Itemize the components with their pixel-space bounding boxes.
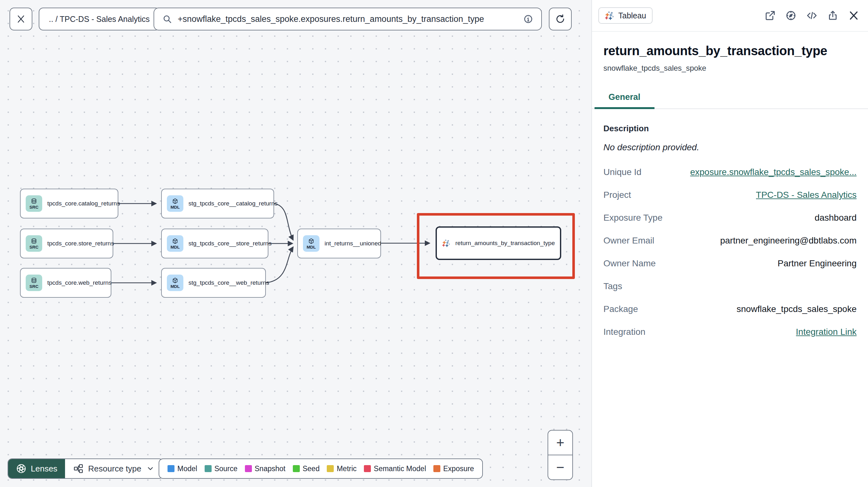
chip-label: SRC — [30, 284, 39, 289]
cube-icon — [172, 238, 179, 245]
lenses-button[interactable]: Lenses — [8, 459, 65, 478]
package-value: snowflake_tpcds_sales_spoke — [737, 304, 857, 314]
node-source-catalog-returns[interactable]: SRC tpcds_core.catalog_returns — [20, 189, 118, 219]
zoom-in-button[interactable]: + — [548, 430, 572, 455]
node-exposure-return-amounts[interactable]: return_amounts_by_transaction_type — [436, 226, 561, 260]
database-icon — [30, 198, 37, 205]
node-label: tpcds_core.web_returns — [47, 279, 112, 286]
tableau-icon — [605, 11, 614, 20]
lineage-canvas[interactable]: .. / TPC-DS - Sales Analytics +snowflake… — [0, 0, 591, 487]
zoom-out-button[interactable]: − — [548, 455, 572, 479]
chip-label: SRC — [30, 205, 39, 209]
chip-label: MDL — [170, 245, 180, 250]
explore-compass-button[interactable] — [785, 9, 797, 22]
field-row-owner-email: Owner Email partner_engineering@dbtlabs.… — [603, 229, 857, 252]
node-label: int_returns__unioned — [324, 240, 381, 247]
node-label: tpcds_core.catalog_returns — [47, 200, 120, 207]
legend-swatch — [364, 465, 371, 472]
legend-item-exposure: Exposure — [433, 464, 474, 473]
node-label: return_amounts_by_transaction_type — [455, 240, 555, 247]
description-heading: Description — [603, 124, 857, 133]
package-subtitle: snowflake_tpcds_sales_spoke — [603, 64, 857, 73]
owner-name-value: Partner Engineering — [778, 258, 857, 268]
model-chip: MDL — [167, 195, 183, 212]
aperture-icon — [16, 463, 27, 474]
lenses-control: Lenses Resource type — [8, 458, 163, 479]
source-chip: SRC — [26, 274, 42, 291]
database-icon — [30, 238, 37, 245]
cube-icon — [172, 277, 179, 284]
chip-label: MDL — [170, 284, 180, 289]
legend-item-semantic-model: Semantic Model — [364, 464, 426, 473]
field-row-unique-id: Unique Id exposure.snowflake_tpcds_sales… — [603, 161, 857, 184]
field-row-exposure-type: Exposure Type dashboard — [603, 206, 857, 229]
node-model-stg-store-returns[interactable]: MDL stg_tpcds_core__store_returns — [161, 229, 269, 258]
node-source-store-returns[interactable]: SRC tpcds_core.store_returns — [20, 229, 113, 258]
unique-id-link[interactable]: exposure.snowflake_tpcds_sales_spoke... — [690, 167, 857, 177]
cube-icon — [172, 198, 179, 205]
share-button[interactable] — [827, 9, 839, 22]
resource-type-dropdown[interactable]: Resource type — [65, 459, 163, 478]
owner-email-value: partner_engineering@dbtlabs.com — [720, 235, 857, 246]
legend-item-snapshot: Snapshot — [245, 464, 285, 473]
project-link[interactable]: TPC-DS - Sales Analytics — [756, 190, 857, 200]
source-chip: SRC — [26, 235, 42, 252]
legend-swatch — [245, 465, 252, 472]
panel-body: return_amounts_by_transaction_type snowf… — [592, 44, 868, 344]
tableau-badge-label: Tableau — [618, 11, 646, 20]
exposure-type-value: dashboard — [815, 213, 857, 223]
node-type-legend: Model Source Snapshot Seed Metric Semant… — [159, 458, 483, 479]
resource-type-icon — [73, 463, 84, 474]
node-label: stg_tpcds_core__store_returns — [188, 240, 272, 247]
field-row-project: Project TPC-DS - Sales Analytics — [603, 184, 857, 206]
legend-swatch — [205, 465, 212, 472]
legend-item-seed: Seed — [293, 464, 320, 473]
cube-icon — [308, 238, 315, 245]
node-model-stg-web-returns[interactable]: MDL stg_tpcds_core__web_returns — [161, 268, 266, 298]
field-row-tags: Tags — [603, 275, 857, 298]
node-model-int-returns-unioned[interactable]: MDL int_returns__unioned — [297, 229, 381, 258]
zoom-control: + − — [548, 430, 573, 480]
legend-swatch — [167, 465, 175, 472]
node-source-web-returns[interactable]: SRC tpcds_core.web_returns — [20, 268, 111, 298]
tableau-badge[interactable]: Tableau — [598, 7, 653, 24]
model-chip: MDL — [303, 235, 319, 252]
legend-item-metric: Metric — [327, 464, 356, 473]
field-row-integration: Integration Integration Link — [603, 321, 857, 344]
node-label: stg_tpcds_core__web_returns — [188, 279, 269, 286]
legend-item-model: Model — [167, 464, 197, 473]
page-title: return_amounts_by_transaction_type — [603, 44, 857, 58]
database-icon — [30, 277, 37, 284]
field-row-owner-name: Owner Name Partner Engineering — [603, 252, 857, 275]
tableau-icon — [442, 236, 450, 251]
panel-actions — [764, 9, 860, 22]
model-chip: MDL — [167, 274, 183, 291]
integration-link[interactable]: Integration Link — [796, 327, 857, 337]
node-label: tpcds_core.store_returns — [47, 240, 114, 247]
legend-swatch — [433, 465, 440, 472]
chip-label: SRC — [30, 245, 39, 250]
chevron-down-icon — [146, 464, 155, 473]
open-external-button[interactable] — [764, 9, 776, 22]
panel-header: Tableau — [592, 0, 868, 32]
tab-general[interactable]: General — [594, 87, 654, 109]
description-empty-text: No description provided. — [603, 142, 857, 153]
chip-label: MDL — [307, 245, 316, 250]
field-row-package: Package snowflake_tpcds_sales_spoke — [603, 298, 857, 321]
panel-tabs: General — [592, 87, 868, 109]
model-chip: MDL — [167, 235, 183, 252]
close-panel-button[interactable] — [848, 9, 860, 22]
node-model-stg-catalog-returns[interactable]: MDL stg_tpcds_core__catalog_returns — [161, 189, 274, 219]
node-label: stg_tpcds_core__catalog_returns — [188, 200, 278, 207]
source-chip: SRC — [26, 195, 42, 212]
legend-item-source: Source — [205, 464, 238, 473]
resource-type-label: Resource type — [88, 464, 142, 474]
field-list: Unique Id exposure.snowflake_tpcds_sales… — [603, 161, 857, 344]
details-panel: Tableau — [591, 0, 868, 487]
code-button[interactable] — [806, 9, 818, 22]
legend-swatch — [327, 465, 334, 472]
legend-swatch — [293, 465, 300, 472]
chip-label: MDL — [170, 205, 180, 209]
lenses-label: Lenses — [31, 464, 57, 474]
